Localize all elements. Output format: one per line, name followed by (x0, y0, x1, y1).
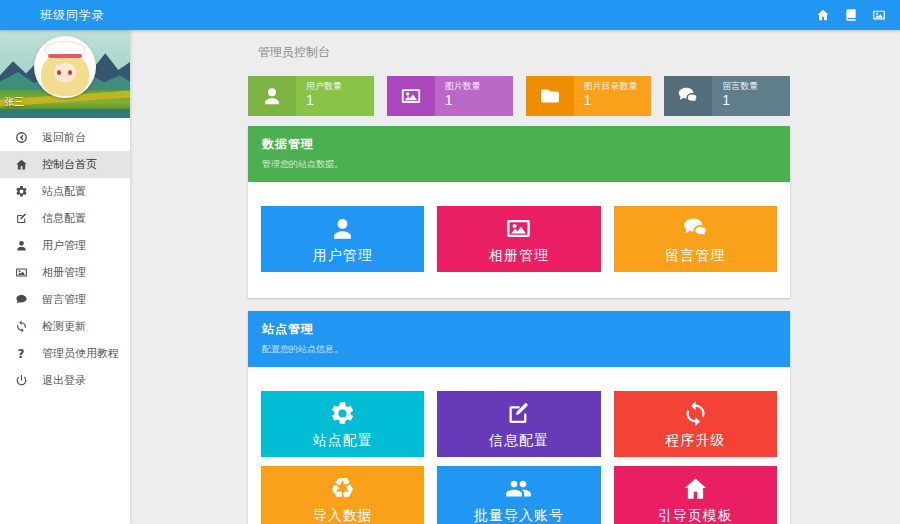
tile-guide-page-template[interactable]: 引导页模板 (614, 466, 777, 524)
sidebar: 张三 返回前台 控制台首页 站点配置 信息配置 用户管理 相册管理 留言管 (0, 30, 130, 524)
app-title: 班级同学录 (0, 7, 105, 24)
sidebar-item-user-management[interactable]: 用户管理 (0, 232, 130, 259)
stat-card-users: 用户数量 1 (248, 76, 374, 116)
sidebar-item-logout[interactable]: 退出登录 (0, 367, 130, 394)
tile-label: 批量导入账号 (474, 507, 564, 524)
panel-subtitle: 管理您的站点数据。 (262, 158, 776, 171)
sidebar-item-return-frontend[interactable]: 返回前台 (0, 124, 130, 151)
tile-label: 程序升级 (665, 432, 725, 450)
avatar (34, 36, 96, 98)
tile-label: 留言管理 (665, 247, 725, 265)
profile-name: 张三 (4, 95, 24, 109)
tile-label: 引导页模板 (658, 507, 733, 524)
tile-album-management[interactable]: 相册管理 (437, 206, 600, 272)
sidebar-item-check-update[interactable]: 检测更新 (0, 313, 130, 340)
stat-value: 1 (584, 92, 638, 109)
stat-value: 1 (722, 92, 758, 109)
sidebar-item-label: 管理员使用教程 (42, 346, 119, 361)
tile-program-upgrade[interactable]: 程序升级 (614, 391, 777, 457)
stat-label: 图片数量 (445, 81, 481, 92)
sidebar-item-label: 用户管理 (42, 238, 86, 253)
tile-site-config[interactable]: 站点配置 (261, 391, 424, 457)
image-icon (505, 214, 532, 244)
tile-batch-import-accounts[interactable]: 批量导入账号 (437, 466, 600, 524)
sidebar-item-label: 信息配置 (42, 211, 86, 226)
stat-cards-row: 用户数量 1 图片数量 1 图片目录数量 1 (248, 76, 790, 116)
stat-label: 用户数量 (306, 81, 342, 92)
stat-value: 1 (445, 92, 481, 109)
sidebar-item-label: 站点配置 (42, 184, 86, 199)
tile-label: 相册管理 (489, 247, 549, 265)
tile-message-management[interactable]: 留言管理 (614, 206, 777, 272)
tile-label: 信息配置 (489, 432, 549, 450)
sidebar-item-label: 相册管理 (42, 265, 86, 280)
user-icon (0, 239, 42, 252)
stat-value: 1 (306, 92, 342, 109)
edit-icon (0, 212, 42, 225)
page-title: 管理员控制台 (248, 30, 790, 76)
image-icon[interactable] (872, 8, 886, 22)
comments-icon (664, 76, 712, 116)
panel-header: 站点管理 配置您的站点信息。 (248, 311, 790, 367)
tile-label: 导入数据 (313, 507, 373, 524)
gear-icon (0, 185, 42, 198)
refresh-icon (0, 320, 42, 333)
sidebar-item-message-management[interactable]: 留言管理 (0, 286, 130, 313)
folder-icon (526, 76, 574, 116)
sidebar-item-info-config[interactable]: 信息配置 (0, 205, 130, 232)
sidebar-menu: 返回前台 控制台首页 站点配置 信息配置 用户管理 相册管理 留言管理 检测更 (0, 118, 130, 394)
sidebar-item-label: 返回前台 (42, 130, 86, 145)
users-icon (505, 474, 532, 504)
home-icon (682, 474, 709, 504)
sidebar-item-label: 留言管理 (42, 292, 86, 307)
power-icon (0, 374, 42, 387)
tile-user-management[interactable]: 用户管理 (261, 206, 424, 272)
stat-card-messages: 留言数量 1 (664, 76, 790, 116)
image-icon (0, 266, 42, 279)
sidebar-item-site-config[interactable]: 站点配置 (0, 178, 130, 205)
stat-label: 图片目录数量 (584, 81, 638, 92)
topbar-icons (816, 8, 900, 22)
sidebar-item-admin-tutorial[interactable]: ? 管理员使用教程 (0, 340, 130, 367)
refresh-icon (682, 399, 709, 429)
tile-label: 站点配置 (313, 432, 373, 450)
recycle-icon: ♻ (330, 474, 355, 504)
stat-card-photos: 图片数量 1 (387, 76, 513, 116)
sidebar-item-label: 检测更新 (42, 319, 86, 334)
main-content: 管理员控制台 用户数量 1 图片数量 1 图片目录数量 (130, 30, 900, 524)
water (0, 109, 130, 118)
arrow-circle-left-icon (0, 131, 42, 144)
tile-info-config[interactable]: 信息配置 (437, 391, 600, 457)
sidebar-item-album-management[interactable]: 相册管理 (0, 259, 130, 286)
home-icon[interactable] (816, 8, 830, 22)
tile-import-data[interactable]: ♻ 导入数据 (261, 466, 424, 524)
stat-label: 留言数量 (722, 81, 758, 92)
topbar: 班级同学录 (0, 0, 900, 30)
comment-icon (0, 293, 42, 306)
book-icon[interactable] (844, 8, 858, 22)
panel-title: 数据管理 (262, 136, 776, 153)
edit-icon (505, 399, 532, 429)
home-icon (0, 158, 42, 171)
gear-icon (329, 399, 356, 429)
panel-body: 用户管理 相册管理 留言管理 (248, 182, 790, 298)
user-icon (329, 214, 356, 244)
panel-subtitle: 配置您的站点信息。 (262, 343, 776, 356)
user-icon (248, 76, 296, 116)
profile-header: 张三 (0, 30, 130, 118)
sidebar-item-console-home[interactable]: 控制台首页 (0, 151, 130, 178)
comments-icon (682, 214, 709, 244)
image-icon (387, 76, 435, 116)
question-icon: ? (0, 348, 42, 360)
sidebar-item-label: 退出登录 (42, 373, 86, 388)
sidebar-item-label: 控制台首页 (42, 157, 97, 172)
tile-label: 用户管理 (313, 247, 373, 265)
panel-site-management: 站点管理 配置您的站点信息。 站点配置 信息配置 程序升级 (248, 311, 790, 524)
stat-card-photo-dirs: 图片目录数量 1 (526, 76, 652, 116)
panel-data-management: 数据管理 管理您的站点数据。 用户管理 相册管理 留言管理 (248, 126, 790, 298)
panel-title: 站点管理 (262, 321, 776, 338)
panel-header: 数据管理 管理您的站点数据。 (248, 126, 790, 182)
panel-body: 站点配置 信息配置 程序升级 ♻ 导入数据 (248, 367, 790, 524)
